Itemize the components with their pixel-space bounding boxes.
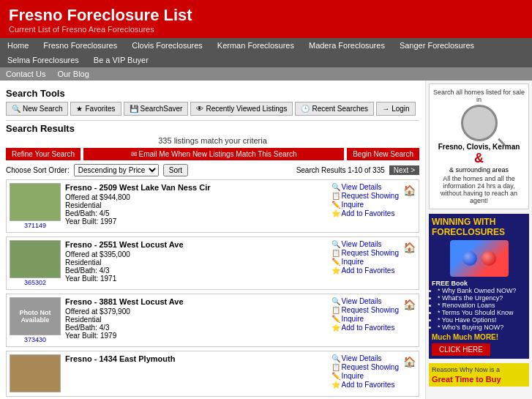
tool-icon-4: 🕒 bbox=[301, 105, 310, 113]
listing-actions: 🔍View Details📋Request Showing✏️Inquire⭐A… bbox=[331, 354, 399, 393]
sidebar-tagline: All the homes and all the information 24… bbox=[432, 175, 525, 204]
site-title: Fresno Foreclosure List bbox=[9, 6, 523, 25]
action-icon-2: ✏️ bbox=[331, 315, 340, 323]
action-icon-3: ⭐ bbox=[331, 266, 340, 275]
listing-photo[interactable] bbox=[10, 354, 61, 392]
tool-icon-5: → bbox=[382, 105, 389, 113]
blue-gem-icon bbox=[462, 251, 477, 266]
home-icon: 🏠 bbox=[403, 299, 416, 310]
great-time-label: Great Time to Buy bbox=[432, 375, 526, 384]
sidebar-surrounding: & surrounding areas bbox=[432, 166, 525, 174]
much-more-label: Much Much MORE! bbox=[432, 333, 526, 341]
tool-icon-0: 🔍 bbox=[12, 105, 20, 113]
action-request-showing[interactable]: 📋Request Showing bbox=[331, 249, 399, 257]
nav-item-our-blog[interactable]: Our Blog bbox=[51, 67, 94, 81]
listing-address: Fresno - 3881 West Locust Ave bbox=[65, 297, 327, 306]
results-label: Search Results bbox=[6, 123, 419, 134]
begin-new-search-button[interactable]: Begin New Search bbox=[347, 148, 419, 160]
listing-year: Year Built: 1997 bbox=[65, 217, 327, 225]
action-inquire[interactable]: ✏️Inquire bbox=[331, 258, 399, 266]
click-here-button[interactable]: CLICK HERE bbox=[432, 343, 490, 356]
email-alert-button[interactable]: ✉ Email Me When New Listings Match This … bbox=[83, 148, 344, 160]
free-book-bullets: * Why Bank Owned NOW?* What's the Urgenc… bbox=[438, 287, 526, 331]
listing-type: Residential bbox=[65, 201, 327, 209]
home-icon: 🏠 bbox=[403, 242, 416, 253]
action-view-details[interactable]: 🔍View Details bbox=[331, 240, 399, 248]
tool-btn-favorites[interactable]: ★ Favorites bbox=[70, 102, 121, 116]
tool-btn-recent-searches[interactable]: 🕒 Recent Searches bbox=[295, 102, 374, 116]
action-icon-0: 🔍 bbox=[331, 297, 340, 305]
listing-id[interactable]: 371149 bbox=[10, 222, 61, 229]
action-view-details[interactable]: 🔍View Details bbox=[331, 354, 399, 362]
bullet-item: * Why Bank Owned NOW? bbox=[438, 287, 526, 294]
action-view-details[interactable]: 🔍View Details bbox=[331, 297, 399, 305]
listing-actions: 🔍View Details📋Request Showing✏️Inquire⭐A… bbox=[331, 297, 399, 343]
nav-item-fresno-foreclosures[interactable]: Fresno Foreclosures bbox=[36, 38, 124, 53]
nav-item-sanger-foreclosures[interactable]: Sanger Foreclosures bbox=[392, 38, 482, 53]
search-results-section: Search Results 335 listings match your c… bbox=[6, 123, 419, 397]
listing-bed-bath: Bed/Bath: 4/5 bbox=[65, 209, 327, 217]
listing-photo[interactable] bbox=[10, 240, 61, 278]
listing-price: Offered at $944,800 bbox=[65, 193, 327, 201]
action-add-to-favorites[interactable]: ⭐Add to Favorites bbox=[331, 209, 399, 217]
action-icon-1: 📋 bbox=[331, 363, 340, 371]
nav-item-selma-foreclosures[interactable]: Selma Foreclosures bbox=[0, 53, 86, 67]
listing-photo[interactable] bbox=[10, 183, 61, 221]
listing-details: Fresno - 3881 West Locust Ave Offered at… bbox=[65, 297, 327, 343]
nav-item-home[interactable]: Home bbox=[0, 38, 36, 53]
action-view-details[interactable]: 🔍View Details bbox=[331, 183, 399, 191]
nav-item-clovis-foreclosures[interactable]: Clovis Foreclosures bbox=[124, 38, 210, 53]
bullet-item: * You Have Options! bbox=[438, 316, 526, 324]
action-add-to-favorites[interactable]: ⭐Add to Favorites bbox=[331, 324, 399, 332]
sidebar-cities: Fresno, Clovis, Kerman bbox=[432, 143, 525, 151]
listing-id[interactable]: 365302 bbox=[10, 279, 61, 286]
nav-item-be-a-vip-buyer[interactable]: Be a VIP Buyer bbox=[86, 53, 156, 67]
tool-btn-login[interactable]: → Login bbox=[376, 102, 415, 116]
action-icon-0: 🔍 bbox=[331, 240, 340, 248]
tool-btn-new-search[interactable]: 🔍 New Search bbox=[6, 102, 68, 116]
action-add-to-favorites[interactable]: ⭐Add to Favorites bbox=[331, 266, 399, 275]
listing-id[interactable]: 373430 bbox=[10, 336, 61, 343]
search-tools-section: Search Tools 🔍 New Search★ Favorites💾 Se… bbox=[6, 88, 419, 116]
tool-btn-recently-viewed-listings[interactable]: 👁 Recently Viewed Listings bbox=[190, 102, 293, 116]
next-page-button[interactable]: Next > bbox=[389, 165, 419, 175]
nav-item-madera-foreclosures[interactable]: Madera Foreclosures bbox=[301, 38, 392, 53]
action-inquire[interactable]: ✏️Inquire bbox=[331, 372, 399, 380]
free-book-label: FREE Book bbox=[432, 280, 526, 287]
nav-item-contact-us[interactable]: Contact Us bbox=[0, 67, 51, 81]
ampersand-icon: & bbox=[432, 151, 525, 166]
action-add-to-favorites[interactable]: ⭐Add to Favorites bbox=[331, 381, 399, 389]
action-request-showing[interactable]: 📋Request Showing bbox=[331, 306, 399, 314]
nav-item-kerman-foreclosures[interactable]: Kerman Foreclosures bbox=[210, 38, 301, 53]
listing-card: Fresno - 1434 East Plymouth 🔍View Detail… bbox=[6, 351, 419, 397]
sidebar-ad-foreclosure: WINNING WITH FORECLOSURES FREE Book * Wh… bbox=[429, 214, 529, 359]
action-icon-1: 📋 bbox=[331, 249, 340, 257]
listing-address: Fresno - 2551 West Locust Ave bbox=[65, 240, 327, 249]
action-inquire[interactable]: ✏️Inquire bbox=[331, 315, 399, 323]
sidebar: Search all homes listed for sale in Fres… bbox=[426, 81, 532, 399]
action-icon-2: ✏️ bbox=[331, 201, 340, 209]
action-icon-3: ⭐ bbox=[331, 209, 340, 217]
foreclosure-ad-title: WINNING WITH FORECLOSURES bbox=[432, 217, 526, 237]
listing-type: Residential bbox=[65, 258, 327, 266]
action-request-showing[interactable]: 📋Request Showing bbox=[331, 363, 399, 371]
sort-button[interactable]: Sort bbox=[163, 164, 188, 176]
listing-details: Fresno - 1434 East Plymouth bbox=[65, 354, 327, 393]
tool-btn-searchsaver[interactable]: 💾 SearchSaver bbox=[124, 102, 189, 116]
listing-icon-area: 🏠 bbox=[403, 354, 416, 393]
great-time-reason: Reasons Why Now is a bbox=[432, 366, 526, 373]
search-tools-label: Search Tools bbox=[6, 88, 419, 99]
sort-select[interactable]: Descending by Price bbox=[74, 164, 159, 176]
bullet-item: * Who's Buying NOW? bbox=[438, 324, 526, 331]
home-icon: 🏠 bbox=[403, 184, 416, 196]
action-icon-0: 🔍 bbox=[331, 354, 340, 362]
listing-details: Fresno - 2551 West Locust Ave Offered at… bbox=[65, 240, 327, 286]
listing-card: 365302 Fresno - 2551 West Locust Ave Off… bbox=[6, 236, 419, 290]
tool-icon-2: 💾 bbox=[130, 105, 138, 113]
refine-search-button[interactable]: Refine Your Search bbox=[6, 148, 80, 160]
listing-year: Year Built: 1971 bbox=[65, 275, 327, 283]
action-inquire[interactable]: ✏️Inquire bbox=[331, 201, 399, 209]
tool-icon-1: ★ bbox=[76, 105, 83, 113]
action-request-showing[interactable]: 📋Request Showing bbox=[331, 192, 399, 200]
action-icon-1: 📋 bbox=[331, 306, 340, 314]
